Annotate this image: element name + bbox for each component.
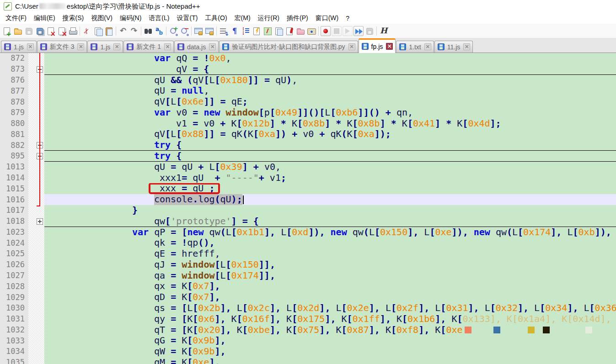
code-line[interactable]: qU && (qV[L[0x180]] = qU),	[44, 75, 616, 86]
code-line[interactable]: qG = K[0x9b],	[44, 335, 616, 346]
line-number[interactable]: 1033	[0, 335, 28, 346]
fold-gutter[interactable]	[28, 314, 44, 325]
line-number[interactable]: 876	[0, 75, 28, 86]
line-number[interactable]: 1025	[0, 248, 28, 259]
close-icon[interactable]	[46, 26, 56, 36]
line-number[interactable]: 1034	[0, 346, 28, 357]
menu-item-8[interactable]: 宏(M)	[231, 13, 254, 23]
code-line[interactable]: qV[L[0x88]] = qK(K[0xa]) + v0 + qK(K[0xa…	[44, 129, 616, 140]
tab-新文件 3[interactable]: 新文件 3×	[37, 41, 87, 53]
code-line[interactable]: console.log(qU);	[44, 194, 616, 205]
line-number[interactable]: 1016	[0, 194, 28, 205]
line-number[interactable]: 872	[0, 53, 28, 64]
close-tab-icon[interactable]: ×	[77, 43, 84, 50]
code-line[interactable]: var v0 = new window[p[0x49]]()[L[0xb6]](…	[44, 107, 616, 118]
show-all-characters-icon[interactable]	[230, 26, 240, 36]
line-number[interactable]: 895	[0, 151, 28, 162]
line-number[interactable]: 1029	[0, 292, 28, 303]
code-line[interactable]: qW = K[0x9b],	[44, 346, 616, 357]
fold-gutter[interactable]	[28, 248, 44, 259]
replace-icon[interactable]	[154, 26, 164, 36]
find-icon[interactable]	[143, 26, 153, 36]
undo-icon[interactable]	[118, 26, 128, 36]
code-line[interactable]: try {	[44, 151, 616, 162]
menu-item-4[interactable]: 编码(N)	[116, 13, 145, 23]
fold-gutter[interactable]	[28, 303, 44, 314]
close-tab-icon[interactable]: ×	[27, 43, 34, 50]
word-wrap-icon[interactable]	[219, 26, 229, 36]
code-line[interactable]: qJ = window[L[0x150]],	[44, 259, 616, 270]
close-tab-icon[interactable]: ×	[209, 43, 216, 50]
code-line[interactable]: qV[L[0x6e]] = qE;	[44, 96, 616, 107]
code-line[interactable]: qx = K[0x7],	[44, 281, 616, 292]
function-list-icon[interactable]	[284, 26, 295, 36]
fold-gutter[interactable]	[28, 75, 44, 86]
close-tab-icon[interactable]: ×	[424, 43, 431, 50]
close-tab-icon[interactable]: ×	[348, 43, 355, 50]
line-number[interactable]: 1030	[0, 303, 28, 314]
code-editor[interactable]: 872var qQ = !0x0,873qV = {876qU && (qV[L…	[0, 53, 616, 364]
close-tab-icon[interactable]: ×	[113, 43, 120, 50]
code-line[interactable]: qa = window[L[0x174]],	[44, 270, 616, 281]
menu-item-6[interactable]: 设置(T)	[173, 13, 201, 23]
monitoring-icon[interactable]	[306, 26, 316, 36]
folder-as-workspace-icon[interactable]	[295, 26, 305, 36]
line-number[interactable]: 1035	[0, 357, 28, 364]
close-tab-icon[interactable]: ×	[463, 43, 470, 50]
code-line[interactable]: qk = !qp(),	[44, 237, 616, 248]
menu-item-0[interactable]: 文件(F)	[2, 13, 30, 23]
tab-验证码图片比对-缺口图和缺口背景图.py[interactable]: 验证码图片比对-缺口图和缺口背景图.py×	[219, 41, 358, 53]
menu-item-12[interactable]: ?	[342, 14, 353, 23]
fold-gutter[interactable]	[28, 205, 44, 216]
function-completion-icon[interactable]	[252, 26, 262, 36]
code-line[interactable]: qU = qU + L[0x39] + v0,	[44, 162, 616, 173]
line-number[interactable]: 1028	[0, 281, 28, 292]
line-number[interactable]: 1013	[0, 162, 28, 173]
cut-icon[interactable]	[82, 26, 92, 36]
close-all-icon[interactable]	[57, 26, 67, 36]
save-all-icon[interactable]	[35, 26, 45, 36]
code-line[interactable]: qT = [K[0x20], K[0xbe], K[0x75], K[0x87]…	[44, 325, 616, 336]
fold-gutter[interactable]	[28, 118, 44, 129]
sync-vertical-scroll-icon[interactable]	[193, 26, 204, 36]
line-number[interactable]: 880	[0, 118, 28, 129]
fold-gutter[interactable]	[28, 292, 44, 303]
line-number[interactable]: 1032	[0, 325, 28, 336]
fold-gutter[interactable]	[28, 129, 44, 140]
line-number[interactable]: 873	[0, 64, 28, 75]
code-line[interactable]: qw['prototype'] = {	[44, 216, 616, 227]
tab-新文件 1[interactable]: 新文件 1×	[123, 41, 174, 53]
open-file-icon[interactable]	[13, 26, 23, 36]
copy-icon[interactable]	[93, 26, 103, 36]
line-number[interactable]: 877	[0, 85, 28, 96]
fold-gutter[interactable]	[28, 173, 44, 184]
document-map-icon[interactable]	[262, 26, 273, 36]
line-number[interactable]: 1018	[0, 216, 28, 227]
fold-gutter[interactable]	[28, 237, 44, 248]
document-list-icon[interactable]	[273, 26, 284, 36]
code-line[interactable]: xxx = qU ;	[44, 183, 616, 194]
indent-guide-icon[interactable]	[241, 26, 251, 36]
menu-item-2[interactable]: 搜索(S)	[59, 13, 88, 23]
code-line[interactable]: }	[44, 205, 616, 216]
fold-gutter[interactable]	[28, 325, 44, 336]
tab-11.js[interactable]: 11.js×	[434, 41, 473, 53]
fold-gutter[interactable]	[28, 335, 44, 346]
fold-gutter[interactable]	[28, 194, 44, 205]
print-icon[interactable]	[68, 26, 78, 36]
line-number[interactable]: 1024	[0, 237, 28, 248]
code-line[interactable]: var qQ = !0x0,	[44, 53, 616, 64]
paste-icon[interactable]	[104, 26, 114, 36]
macro-record-icon[interactable]	[321, 26, 331, 36]
line-number[interactable]: 1023	[0, 227, 28, 238]
fold-gutter[interactable]	[28, 64, 44, 75]
line-number[interactable]: 1027	[0, 270, 28, 281]
line-number[interactable]: 1026	[0, 259, 28, 270]
redo-icon[interactable]	[129, 26, 139, 36]
fold-gutter[interactable]	[28, 227, 44, 238]
line-number[interactable]: 881	[0, 129, 28, 140]
menu-item-1[interactable]: 编辑(E)	[30, 13, 59, 23]
zoom-in-icon[interactable]	[168, 26, 178, 36]
new-file-icon[interactable]	[2, 26, 12, 36]
tab-1.js[interactable]: 1.js×	[1, 41, 37, 53]
